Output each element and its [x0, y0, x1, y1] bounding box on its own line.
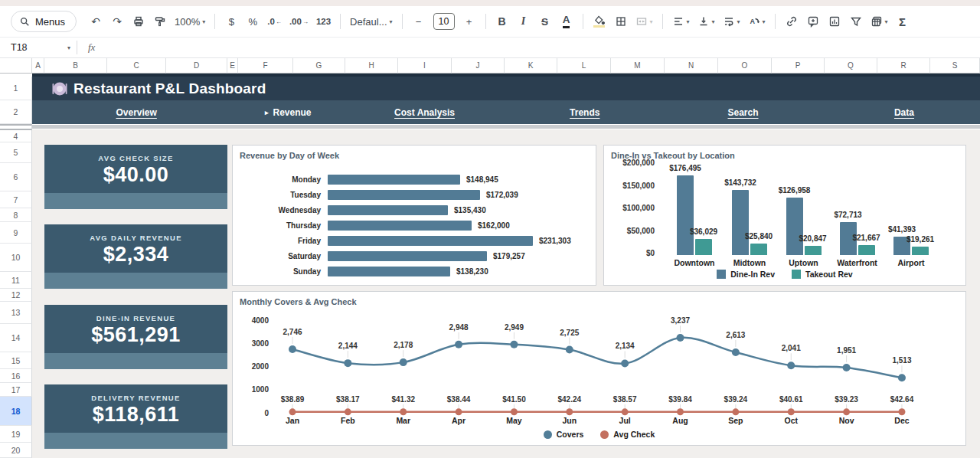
column-header-E[interactable]: E — [227, 58, 238, 74]
nav-tab-cost-analysis[interactable]: Cost Analysis — [394, 100, 455, 124]
kpi-card-dine-in-revenue[interactable]: DINE-IN REVENUE $561,291 — [44, 305, 227, 369]
covers-point — [787, 361, 795, 369]
fill-color-button[interactable] — [590, 11, 609, 31]
row-header-18[interactable]: 18 — [0, 397, 32, 426]
hidden-row-3-marker[interactable] — [0, 124, 32, 130]
functions-button[interactable]: Σ — [893, 11, 913, 31]
column-header-M[interactable]: M — [611, 58, 665, 74]
nav-tab-overview[interactable]: Overview — [116, 100, 156, 124]
text-wrap-button[interactable]: ▾ — [720, 11, 743, 31]
undo-button[interactable]: ↶ — [86, 11, 106, 31]
column-header-B[interactable]: B — [44, 58, 107, 74]
zoom-select[interactable]: 100%▾ — [172, 11, 208, 31]
row-header-16[interactable]: 16 — [0, 369, 32, 383]
nav-tab-label: Cost Analysis — [394, 107, 455, 118]
insert-link-button[interactable] — [782, 11, 802, 31]
column-header-R[interactable]: R — [877, 58, 930, 74]
kpi-value: $2,334 — [44, 243, 227, 267]
row-header-9[interactable]: 9 — [0, 222, 32, 244]
chart-revenue-by-day[interactable]: Revenue by Day of Week Monday$148,945Tue… — [232, 145, 596, 286]
column-header-Q[interactable]: Q — [825, 58, 877, 74]
paint-format-button[interactable] — [150, 11, 170, 31]
decrease-decimal-button[interactable]: .0← — [264, 11, 285, 31]
column-bar-takeout-rev — [695, 239, 712, 255]
font-size-decrease-button[interactable]: − — [409, 11, 429, 31]
row-header-12[interactable]: 12 — [0, 289, 32, 302]
row-header-19[interactable]: 19 — [0, 426, 32, 443]
row-header-17[interactable]: 17 — [0, 383, 32, 397]
insert-comment-button[interactable] — [803, 11, 823, 31]
bar-category-label: Tuesday — [233, 191, 321, 199]
format-percent-button[interactable]: % — [243, 11, 263, 31]
format-currency-button[interactable]: $ — [221, 11, 241, 31]
borders-button[interactable] — [611, 11, 631, 31]
row-header-13[interactable]: 13 — [0, 302, 32, 324]
strikethrough-button[interactable]: S — [535, 11, 555, 31]
borders-icon — [615, 15, 627, 28]
column-header-J[interactable]: J — [452, 58, 505, 74]
chevron-down-icon: ▾ — [687, 18, 690, 25]
font-select[interactable]: Defaul...▾ — [347, 11, 395, 31]
text-color-button[interactable]: A — [557, 11, 577, 31]
insert-chart-button[interactable] — [825, 11, 844, 31]
row-header-11[interactable]: 11 — [0, 272, 32, 289]
chart-dinein-vs-takeout[interactable]: Dine-In vs Takeout by Location $200,000$… — [603, 145, 966, 286]
chart-monthly-covers-avg-check[interactable]: Monthly Covers & Avg Check 4000300020001… — [232, 291, 966, 446]
column-header-K[interactable]: K — [505, 58, 557, 74]
row-header-2[interactable]: 2 — [0, 100, 32, 124]
column-header-O[interactable]: O — [718, 58, 772, 74]
italic-button[interactable]: I — [514, 11, 534, 31]
column-value-label: $72,713 — [816, 211, 880, 219]
column-header-S[interactable]: S — [930, 58, 980, 74]
nav-tab-data[interactable]: Data — [894, 100, 914, 124]
font-size-input[interactable]: 10 — [433, 13, 455, 30]
redo-button[interactable]: ↷ — [107, 11, 127, 31]
divider — [77, 41, 77, 54]
column-header-C[interactable]: C — [107, 58, 166, 74]
kpi-card-avg-daily-revenue[interactable]: AVG DAILY REVENUE $2,334 — [44, 224, 227, 289]
row-header-20[interactable]: 20 — [0, 443, 32, 458]
row-header-7[interactable]: 7 — [0, 191, 32, 208]
row-header-14[interactable]: 14 — [0, 324, 32, 352]
column-header-L[interactable]: L — [557, 58, 611, 74]
avg-check-value-label: $40.61 — [779, 395, 803, 404]
row-header-1[interactable]: 1 — [0, 77, 32, 100]
column-header-H[interactable]: H — [345, 58, 398, 74]
column-header-A[interactable]: A — [32, 58, 44, 74]
row-header-10[interactable]: 10 — [0, 244, 32, 272]
column-header-G[interactable]: G — [293, 58, 345, 74]
row-header-8[interactable]: 8 — [0, 208, 32, 222]
table-views-button[interactable]: ▾ — [867, 11, 891, 31]
y-axis-tick: 4000 — [252, 316, 270, 325]
kpi-card-avg-check[interactable]: AVG CHECK SIZE $40.00 — [44, 145, 227, 209]
merge-cells-button[interactable]: ▾ — [632, 11, 656, 31]
covers-point — [621, 359, 629, 367]
row-header-15[interactable]: 15 — [0, 352, 32, 369]
create-filter-button[interactable] — [846, 11, 866, 31]
column-header-I[interactable]: I — [398, 58, 452, 74]
row-header-4[interactable]: 4 — [0, 130, 32, 142]
covers-value-label: 1,513 — [892, 356, 911, 365]
column-header-F[interactable]: F — [238, 58, 293, 74]
column-header-P[interactable]: P — [772, 58, 825, 74]
x-axis-label: Feb — [341, 416, 355, 425]
column-header-N[interactable]: N — [665, 58, 718, 74]
text-rotation-button[interactable]: A ▾ — [745, 11, 769, 31]
row-header-6[interactable]: 6 — [0, 163, 32, 191]
font-size-increase-button[interactable]: + — [459, 11, 479, 31]
print-button[interactable] — [129, 11, 149, 31]
nav-tab-label: Overview — [116, 107, 156, 118]
row-header-5[interactable]: 5 — [0, 142, 32, 163]
divider — [662, 14, 663, 29]
increase-decimal-button[interactable]: .00→ — [286, 11, 312, 31]
horizontal-align-button[interactable]: ▾ — [669, 11, 693, 31]
vertical-align-button[interactable]: ▾ — [694, 11, 718, 31]
number-format-button[interactable]: 123 — [313, 11, 334, 31]
nav-tab-search[interactable]: Search — [727, 100, 758, 124]
avg-check-value-label: $39.84 — [668, 395, 692, 404]
nav-tab-trends[interactable]: Trends — [570, 100, 599, 124]
kpi-card-delivery-revenue[interactable]: DELIVERY REVENUE $118,611 — [44, 384, 227, 449]
bold-button[interactable]: B — [492, 11, 512, 31]
nav-tab-revenue[interactable]: ▸Revenue — [265, 100, 312, 124]
column-header-D[interactable]: D — [166, 58, 227, 74]
